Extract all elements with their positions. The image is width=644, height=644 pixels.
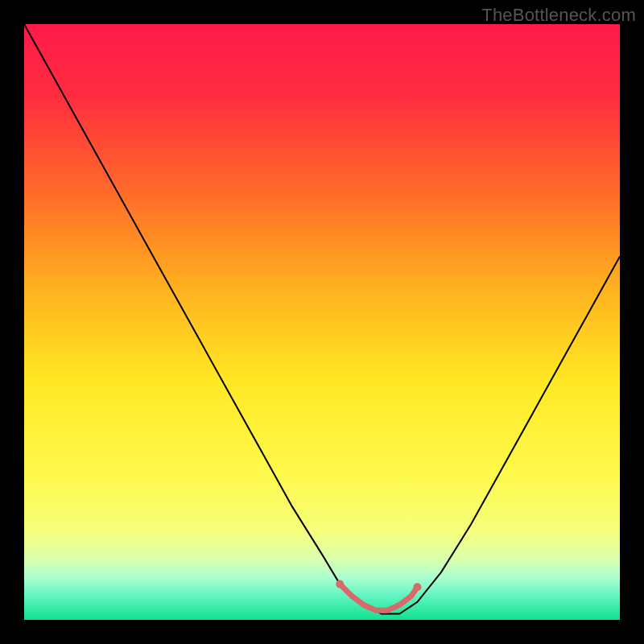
bottleneck-chart bbox=[0, 0, 644, 644]
watermark-text: TheBottleneck.com bbox=[481, 5, 636, 26]
valley-left-dot bbox=[336, 580, 344, 588]
chart-container: TheBottleneck.com bbox=[0, 0, 644, 644]
plot-background bbox=[24, 24, 620, 620]
valley-right-dot bbox=[413, 583, 421, 591]
